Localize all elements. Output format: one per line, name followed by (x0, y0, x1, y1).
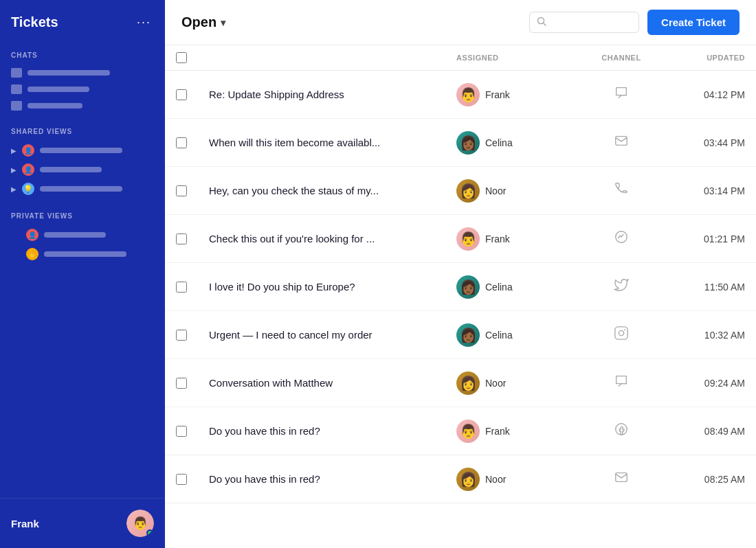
chats-section-label: CHATS (11, 52, 154, 59)
search-input[interactable] (551, 17, 632, 28)
channel-cell-2 (580, 181, 663, 200)
private-view-icon-2: ✋ (26, 248, 38, 260)
channel-cell-0 (580, 85, 663, 104)
row-checkbox-4[interactable] (176, 282, 187, 293)
assigned-cell-6: 👩 Noor (456, 372, 580, 395)
agent-name-6: Noor (485, 378, 506, 389)
row-checkbox-cell-2[interactable] (176, 185, 209, 196)
private-view-item-1[interactable]: 👤 (11, 225, 154, 244)
channel-cell-7 (580, 422, 663, 440)
arrow-icon-1: ▶ (11, 147, 16, 155)
shared-view-item-1[interactable]: ▶ 👤 (11, 141, 154, 160)
ticket-subject-6: Conversation with Matthew (209, 377, 456, 389)
updated-cell-0: 04:12 PM (663, 89, 745, 100)
chat-icon-0 (614, 85, 629, 104)
row-checkbox-cell-6[interactable] (176, 378, 209, 389)
arrow-icon-2: ▶ (11, 166, 16, 174)
table-row[interactable]: Urgent — I need to cancel my order 👩🏾 Ce… (165, 311, 756, 359)
sidebar-more-button[interactable]: ··· (134, 12, 154, 32)
shared-view-icon-3: 💡 (22, 183, 34, 195)
sidebar-chat-item[interactable] (11, 65, 154, 81)
table-row[interactable]: Re: Update Shipping Address 👨 Frank 04:1… (165, 71, 756, 119)
svg-rect-4 (615, 327, 627, 339)
updated-cell-2: 03:14 PM (663, 185, 745, 196)
table-row[interactable]: Do you have this in red? 👩 Noor 08:25 AM (165, 455, 756, 503)
sidebar-title: Tickets (11, 14, 58, 30)
private-view-bar-1 (44, 232, 106, 238)
facebook-icon-7 (614, 422, 629, 440)
shared-view-item-2[interactable]: ▶ 👤 (11, 160, 154, 179)
sidebar-user-name: Frank (11, 518, 39, 529)
agent-name-0: Frank (485, 89, 510, 100)
svg-rect-2 (616, 137, 627, 146)
svg-point-6 (624, 329, 625, 330)
table-header: ASSIGNED CHANNEL UPDATED (165, 45, 756, 71)
assigned-cell-4: 👩🏾 Celina (456, 275, 580, 299)
updated-cell-1: 03:44 PM (663, 137, 745, 148)
updated-cell-8: 08:25 AM (663, 474, 745, 485)
channel-cell-3 (580, 229, 663, 248)
row-checkbox-cell-3[interactable] (176, 233, 209, 244)
row-checkbox-7[interactable] (176, 426, 187, 437)
updated-cell-3: 01:21 PM (663, 233, 745, 244)
shared-views-label: SHARED VIEWS (11, 128, 154, 135)
sidebar-private-views-section: PRIVATE VIEWS 👤 ✋ (0, 204, 165, 269)
svg-rect-8 (616, 473, 627, 482)
row-checkbox-cell-8[interactable] (176, 474, 209, 485)
private-views-label: PRIVATE VIEWS (11, 212, 154, 220)
assigned-col-header: ASSIGNED (456, 54, 580, 62)
shared-view-icon-1: 👤 (22, 144, 34, 157)
table-row[interactable]: Check this out if you're looking for ...… (165, 215, 756, 263)
row-checkbox-cell-1[interactable] (176, 137, 209, 148)
agent-name-1: Celina (485, 137, 513, 148)
table-row[interactable]: Do you have this in red? 👨 Frank 08:49 A… (165, 407, 756, 455)
sidebar-user-avatar[interactable]: 👨 (126, 510, 154, 537)
main-content: Open ▾ Create Ticket ASSIGNED (165, 0, 756, 548)
table-row[interactable]: Conversation with Matthew 👩 Noor 09:24 A… (165, 359, 756, 407)
table-row[interactable]: When will this item become availabl... 👩… (165, 119, 756, 167)
row-checkbox-2[interactable] (176, 185, 187, 196)
private-view-item-2[interactable]: ✋ (11, 244, 154, 264)
sidebar-bottom: Frank 👨 (0, 498, 165, 548)
row-checkbox-cell-7[interactable] (176, 426, 209, 437)
ticket-subject-4: I love it! Do you ship to Europe? (209, 281, 456, 293)
shared-view-item-3[interactable]: ▶ 💡 (11, 179, 154, 198)
ticket-subject-2: Hey, can you check the staus of my... (209, 185, 456, 196)
select-all-cell[interactable] (176, 52, 209, 63)
search-box[interactable] (529, 12, 639, 33)
row-checkbox-8[interactable] (176, 474, 187, 485)
ticket-subject-1: When will this item become availabl... (209, 137, 456, 148)
row-checkbox-cell-0[interactable] (176, 89, 209, 100)
row-checkbox-3[interactable] (176, 233, 187, 244)
table-row[interactable]: Hey, can you check the staus of my... 👩 … (165, 167, 756, 215)
sidebar-chat-item[interactable] (11, 81, 154, 98)
twitter-icon-4 (614, 277, 629, 296)
instagram-icon-5 (614, 326, 629, 344)
row-checkbox-1[interactable] (176, 137, 187, 148)
row-checkbox-0[interactable] (176, 89, 187, 100)
private-view-icon-1: 👤 (26, 229, 38, 241)
table-row[interactable]: I love it! Do you ship to Europe? 👩🏾 Cel… (165, 263, 756, 311)
updated-cell-6: 09:24 AM (663, 378, 745, 389)
row-checkbox-6[interactable] (176, 378, 187, 389)
sidebar-chat-item[interactable] (11, 98, 154, 114)
chat-bar-1 (27, 70, 110, 76)
chat-icon-6 (614, 374, 629, 392)
chat-bar-3 (27, 103, 82, 109)
channel-cell-8 (580, 470, 663, 488)
assigned-cell-7: 👨 Frank (456, 420, 580, 443)
header-right-controls: Create Ticket (529, 10, 740, 35)
sidebar-header: Tickets ··· (0, 0, 165, 43)
create-ticket-button[interactable]: Create Ticket (647, 10, 740, 35)
assigned-cell-1: 👩🏾 Celina (456, 131, 580, 155)
row-checkbox-cell-5[interactable] (176, 330, 209, 341)
channel-cell-4 (580, 277, 663, 296)
chat-icon-3 (11, 101, 22, 111)
sidebar-chats-section: CHATS (0, 43, 165, 119)
chat-icon-2 (11, 84, 22, 94)
row-checkbox-5[interactable] (176, 330, 187, 341)
row-checkbox-cell-4[interactable] (176, 282, 209, 293)
ticket-subject-7: Do you have this in red? (209, 425, 456, 437)
select-all-checkbox[interactable] (176, 52, 187, 63)
status-dropdown-button[interactable]: Open ▾ (181, 14, 225, 30)
